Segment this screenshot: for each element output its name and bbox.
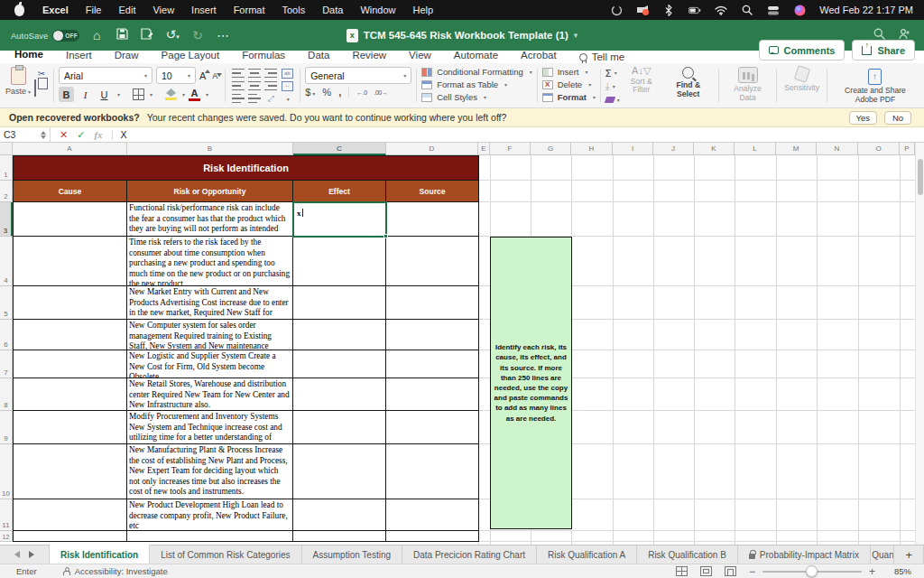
cell-b4[interactable]: Time risk refers to the risk faced by th…: [127, 237, 293, 286]
screen-recording-icon[interactable]: [636, 4, 649, 16]
column-header-d[interactable]: D: [386, 143, 478, 155]
underline-button[interactable]: U: [97, 87, 112, 102]
column-header-h[interactable]: H: [571, 143, 613, 155]
sort-filter-button[interactable]: A↓▽ Sort & Filter: [623, 67, 661, 95]
column-header-j[interactable]: J: [653, 143, 694, 155]
document-title[interactable]: TCM 545-645 Risk Workbook Template (1): [364, 30, 568, 41]
redo-icon[interactable]: ↻: [189, 27, 206, 43]
zoom-slider-thumb[interactable]: [806, 565, 818, 577]
row-header-6[interactable]: 6: [0, 320, 13, 350]
bold-button[interactable]: B: [59, 87, 74, 102]
undo-icon[interactable]: ↺▾: [164, 26, 180, 45]
decrease-indent-icon[interactable]: [232, 94, 245, 103]
format-as-table-button[interactable]: Format as Table▾: [421, 79, 532, 89]
tell-me-button[interactable]: Tell me: [579, 51, 624, 62]
title-chevron-icon[interactable]: ▾: [574, 31, 578, 40]
column-header-p[interactable]: P: [900, 143, 915, 155]
comments-button[interactable]: Comments: [759, 40, 845, 61]
home-icon[interactable]: ⌂: [88, 27, 105, 43]
align-middle-icon[interactable]: [248, 69, 261, 78]
tab-formulas[interactable]: Formulas: [242, 50, 285, 64]
column-header-e[interactable]: E: [478, 143, 490, 155]
siri-icon[interactable]: [793, 4, 806, 16]
column-header-o[interactable]: O: [858, 143, 900, 155]
column-header-l[interactable]: L: [735, 143, 776, 155]
align-top-icon[interactable]: [232, 69, 245, 78]
paste-button[interactable]: Paste▾: [5, 67, 31, 96]
menu-item-window[interactable]: Window: [360, 5, 395, 15]
autosum-button[interactable]: Σ▾: [605, 67, 620, 79]
fill-button[interactable]: ⤓▾: [605, 80, 620, 92]
row-header-9[interactable]: 9: [0, 411, 13, 444]
menu-item-edit[interactable]: Edit: [118, 5, 135, 15]
cell-b9[interactable]: Modify Procurement and Inventory Systems…: [127, 411, 293, 444]
name-box[interactable]: C3: [0, 127, 51, 142]
row-header-2[interactable]: 2: [0, 181, 13, 202]
autosave-toggle[interactable]: OFF: [52, 30, 79, 42]
sheet-tab-list-of-common-risk-categories[interactable]: List of Common Risk Categories: [150, 545, 301, 564]
number-format-select[interactable]: General▾: [305, 67, 411, 84]
menu-item-excel[interactable]: Excel: [42, 5, 69, 15]
page-break-view-icon[interactable]: [725, 566, 736, 576]
currency-icon[interactable]: $▾: [305, 87, 315, 98]
format-cells-button[interactable]: Format▾: [542, 92, 596, 102]
tab-review[interactable]: Review: [352, 50, 386, 64]
confirm-entry-icon[interactable]: ✓: [77, 129, 85, 141]
find-select-button[interactable]: Find & Select: [666, 67, 711, 98]
menu-item-insert[interactable]: Insert: [191, 5, 217, 15]
sheet-tab-risk-qualification-b[interactable]: Risk Qualification B: [637, 545, 738, 564]
tab-draw[interactable]: Draw: [115, 50, 139, 64]
increase-decimal-icon[interactable]: ←.0: [356, 89, 366, 96]
sheet-tab-probability-impact-matrix[interactable]: Probability-Impact Matrix: [738, 545, 871, 564]
sheet-tab-risk-identification[interactable]: Risk Identification: [50, 545, 150, 564]
font-color-icon[interactable]: A: [189, 89, 200, 101]
zoom-percentage[interactable]: 85%: [888, 566, 911, 576]
fill-handle[interactable]: [383, 234, 388, 238]
cell-b3[interactable]: Functional risk/performance risk can inc…: [127, 202, 293, 237]
row-header-7[interactable]: 7: [0, 350, 13, 378]
column-header-b[interactable]: B: [127, 143, 293, 155]
insert-function-icon[interactable]: fx: [94, 129, 102, 140]
delete-cells-button[interactable]: Delete▾: [542, 79, 596, 89]
sheet-tab-risk-qualification-a[interactable]: Risk Qualification A: [537, 545, 637, 564]
status-spiral-icon[interactable]: [610, 4, 623, 16]
column-header-g[interactable]: G: [531, 143, 571, 155]
row-header-4[interactable]: 4: [0, 237, 13, 286]
row-header-11[interactable]: 11: [0, 499, 13, 531]
comma-style-icon[interactable]: ,: [338, 87, 341, 98]
tab-automate[interactable]: Automate: [454, 50, 498, 64]
formula-input[interactable]: X: [121, 129, 127, 140]
zoom-out-icon[interactable]: −: [749, 565, 755, 578]
normal-view-icon[interactable]: [676, 566, 688, 576]
column-header-i[interactable]: I: [613, 143, 653, 155]
increase-font-icon[interactable]: A: [199, 70, 206, 81]
cell-b11[interactable]: New Product Development High Loan lead t…: [127, 499, 293, 531]
zoom-slider[interactable]: − +: [749, 565, 875, 578]
add-sheet-button[interactable]: +: [894, 545, 924, 564]
orientation-icon[interactable]: ⤢: [268, 94, 274, 104]
align-left-icon[interactable]: [232, 81, 245, 90]
sheet-tab-risk-quantification[interactable]: Risk Quantifica: [871, 545, 895, 564]
menu-bar-clock[interactable]: Wed Feb 22 1:17 PM: [819, 5, 913, 15]
column-header-f[interactable]: F: [490, 143, 531, 155]
menu-item-tools[interactable]: Tools: [282, 5, 305, 15]
font-size-select[interactable]: 10▾: [156, 67, 196, 84]
column-header-a[interactable]: A: [13, 143, 127, 155]
apple-menu-icon[interactable]: [13, 4, 25, 16]
align-right-icon[interactable]: [264, 81, 277, 90]
column-header-k[interactable]: K: [694, 143, 735, 155]
row-header-12[interactable]: 12: [0, 531, 13, 542]
cell-b7[interactable]: New Logistic and Supplier System Create …: [127, 350, 293, 378]
increase-indent-icon[interactable]: [248, 94, 261, 103]
sheet-tab-data-precicion-rating-chart[interactable]: Data Precicion Rating Chart: [402, 545, 537, 564]
displays-icon[interactable]: [767, 4, 780, 16]
save-as-icon[interactable]: [139, 27, 155, 43]
merge-center-icon[interactable]: ⇔: [282, 81, 293, 91]
cell-b8[interactable]: New Retail Stores, Warehouse and distrib…: [127, 378, 293, 411]
accessibility-status[interactable]: Accessibility: Investigate: [62, 566, 168, 576]
conditional-formatting-button[interactable]: Conditional Formatting▾: [421, 67, 532, 77]
wifi-icon[interactable]: [715, 4, 727, 16]
cell-b6[interactable]: New Computer system for sales order mana…: [127, 320, 293, 350]
cell-b12[interactable]: [127, 531, 293, 542]
tab-insert[interactable]: Insert: [66, 50, 92, 64]
